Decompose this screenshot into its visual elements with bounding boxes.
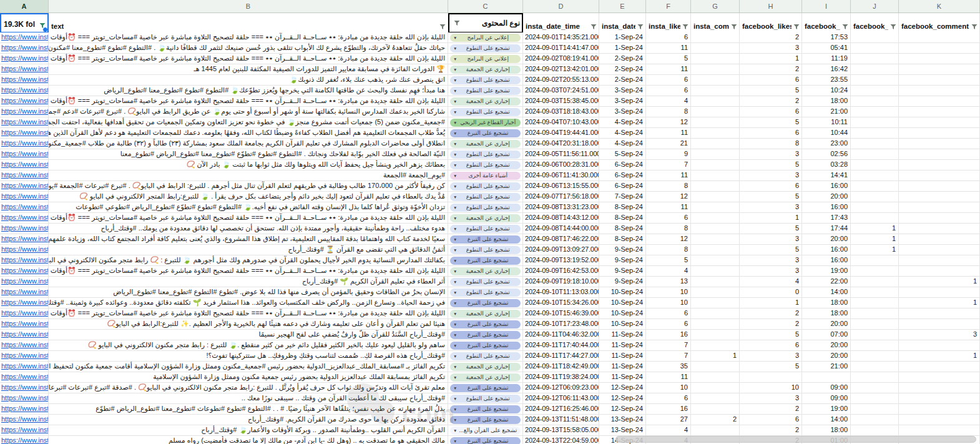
cell-date[interactable]: 10-Sep-24 <box>599 319 646 329</box>
content-type-chip[interactable]: ▼تشجيع على التطوع <box>450 161 521 169</box>
filter-icon[interactable] <box>791 24 800 30</box>
cell-comm[interactable] <box>691 234 740 244</box>
cell-post-text[interactable]: ساهم ولو بالقليل ليعود عليك بالخير الكثي… <box>49 340 448 350</box>
chevron-down-icon[interactable]: ▼ <box>453 97 457 106</box>
post-link[interactable]: https://www.insta <box>1 298 49 306</box>
cell-dt[interactable]: 2024-09-04T20:31:18.000Z <box>523 139 599 149</box>
cell-post-text[interactable]: هدوء مختلف.. راحة وطمأنينة حقيقية، وأجور… <box>49 224 448 234</box>
cell-fb_likes[interactable]: 3 <box>740 255 802 265</box>
cell-fb_likes[interactable]: 3 <box>740 43 802 53</box>
cell-date[interactable]: 12-Sep-24 <box>599 393 646 403</box>
content-type-chip[interactable]: ▼تشجيع على التبرع <box>450 416 521 424</box>
cell-fb_sl[interactable] <box>851 32 899 42</box>
chevron-down-icon[interactable]: ▼ <box>453 342 457 350</box>
header-cell-type[interactable]: نوع المحتوى <box>448 13 523 33</box>
cell-likes[interactable]: 4 <box>646 425 691 435</box>
chevron-down-icon[interactable]: ▼ <box>453 204 457 212</box>
cell-post-text[interactable]: النيّة الصالحة في فعلك الخير بوّابة لفلا… <box>49 149 448 159</box>
post-link[interactable]: https://www.insta <box>1 150 49 157</box>
cell-fb_time[interactable]: 18:00 <box>802 425 851 435</box>
content-type-chip[interactable]: ▼تشجيع على التبرع <box>450 384 521 392</box>
content-type-chip[interactable]: ▼تشجيع على التبرع <box>450 299 521 307</box>
cell-comm[interactable]: 1 <box>691 351 740 361</box>
cell-dt[interactable]: 2024-09-12T06:11:43.000Z <box>523 393 599 403</box>
cell-date[interactable]: 11-Sep-24 <box>599 330 646 340</box>
cell-dt[interactable]: 2024-09-04T19:44:41.000Z <box>523 128 599 138</box>
chevron-down-icon[interactable]: ▼ <box>453 267 457 275</box>
cell-comm[interactable] <box>691 107 740 117</box>
cell-post-text[interactable]: مالك الحقيقي هو ما تصدقت به .. (وهل لك -… <box>49 436 448 444</box>
cell-likes[interactable]: 11 <box>646 128 691 138</box>
cell-date[interactable]: 11-Sep-24 <box>599 372 646 382</box>
cell-post-text[interactable]: أثمَنُ الدقائق هي التي تقضى مع القرآن ⏳ … <box>49 245 448 255</box>
cell-fb_likes[interactable]: 1 <box>740 213 802 223</box>
cell-post-text[interactable]: #وقتك_أرباح السَّنَدُ للقرآن ظلٌّ وارفٌ … <box>49 330 448 340</box>
post-link[interactable]: https://www.insta <box>1 352 49 359</box>
cell-fb_comm[interactable] <box>899 245 980 255</box>
column-letter-B[interactable]: B <box>49 0 448 12</box>
content-type-chip[interactable]: ▼تشجيع على التطوع <box>450 289 521 297</box>
cell-fb_time[interactable]: 10:44 <box>802 128 851 138</box>
cell-dt[interactable]: 2024-09-09T19:18:10.000Z <box>523 277 599 287</box>
cell-post-text[interactable]: مُدَّ يدك بالعطاء في تعليم القرآن لتعود … <box>49 192 448 202</box>
cell-likes[interactable]: 10 <box>646 383 691 393</box>
cell-fb_time[interactable]: 09:00 <box>802 383 851 393</box>
chevron-down-icon[interactable]: ▼ <box>453 384 457 392</box>
post-link[interactable]: https://www.insta <box>1 224 49 232</box>
cell-likes[interactable]: 6 <box>646 393 691 403</box>
cell-fb_time[interactable]: 16:00 <box>802 181 851 191</box>
cell-comm[interactable] <box>691 308 740 318</box>
chevron-down-icon[interactable]: ▼ <box>453 246 457 254</box>
cell-comm[interactable] <box>691 64 740 74</box>
cell-likes[interactable]: 11 <box>646 170 691 180</box>
horizontal-scrollbar[interactable] <box>615 436 976 443</box>
cell-fb_comm[interactable] <box>899 64 980 74</box>
cell-fb_time[interactable]: 19:00 <box>802 266 851 276</box>
cell-dt[interactable]: 2024-09-10T15:46:39.000Z <box>523 308 599 318</box>
cell-date[interactable]: 4-Sep-24 <box>599 117 646 127</box>
cell-date[interactable]: 9-Sep-24 <box>599 266 646 276</box>
cell-comm[interactable] <box>691 86 740 96</box>
cell-fb_time[interactable]: 14:00 <box>802 415 851 425</box>
cell-post-text[interactable]: بكفالتك المدارس النسائية يدوم الخير لأجي… <box>49 255 448 265</box>
cell-dt[interactable]: 2024-09-10T15:34:26.000Z <box>523 298 599 308</box>
cell-comm[interactable] <box>691 128 740 138</box>
cell-fb_likes[interactable]: 10 <box>740 383 802 393</box>
content-type-chip[interactable]: ▼تشجيع على التبرع <box>450 320 521 328</box>
post-link[interactable]: https://www.insta <box>1 118 49 126</box>
cell-dt[interactable]: 2024-09-12T16:25:46.000Z <box>523 404 599 414</box>
cell-fb_likes[interactable]: 2 <box>740 425 802 435</box>
cell-dt[interactable]: 2024-09-11T18:42:49.000Z <box>523 362 599 372</box>
cell-post-text[interactable]: كن رفيقاً لأكثر من 170،000 طالب وطالبة ف… <box>49 181 448 191</box>
cell-fb_likes[interactable]: 3 <box>740 393 802 403</box>
cell-fb_time[interactable]: 07:00 <box>802 330 851 340</box>
cell-post-text[interactable]: الليلة بإذن الله حلقة جديدة من مبادرة: ٭… <box>49 32 448 42</box>
chevron-down-icon[interactable]: ▼ <box>453 289 457 297</box>
cell-fb_sl[interactable] <box>851 393 899 403</box>
chevron-down-icon[interactable]: ▼ <box>453 331 457 339</box>
chevron-down-icon[interactable]: ▼ <box>453 129 457 137</box>
cell-likes[interactable]: 6 <box>646 75 691 85</box>
filter-icon[interactable] <box>589 24 597 30</box>
chevron-down-icon[interactable]: ▼ <box>453 55 457 63</box>
cell-fb_time[interactable]: 09:00 <box>802 393 851 403</box>
cell-comm[interactable] <box>691 266 740 276</box>
cell-fb_time[interactable]: 17:43 <box>802 213 851 223</box>
chevron-down-icon[interactable]: ▼ <box>453 299 457 307</box>
post-link[interactable]: https://www.insta <box>1 383 49 391</box>
cell-fb_comm[interactable] <box>899 43 980 53</box>
content-type-chip[interactable]: ▼تشجيع على التطوع <box>450 108 521 116</box>
cell-fb_comm[interactable] <box>899 319 980 329</box>
cell-fb_likes[interactable]: 5 <box>740 117 802 127</box>
chevron-down-icon[interactable]: ▼ <box>453 172 457 180</box>
cell-fb_time[interactable]: 23:55 <box>802 75 851 85</box>
post-link[interactable]: https://www.insta <box>1 129 49 136</box>
cell-date[interactable]: 8-Sep-24 <box>599 234 646 244</box>
cell-fb_comm[interactable] <box>899 54 980 64</box>
cell-date[interactable]: 9-Sep-24 <box>599 245 646 255</box>
cell-fb_time[interactable]: 14:00 <box>802 287 851 297</box>
cell-fb_likes[interactable]: 2 <box>740 319 802 329</box>
cell-date[interactable]: 8-Sep-24 <box>599 213 646 223</box>
content-type-chip[interactable]: ▼إخباري عن الجمعية <box>450 310 521 318</box>
content-type-chip[interactable]: ▼تشجيع على التطوع <box>450 44 521 52</box>
